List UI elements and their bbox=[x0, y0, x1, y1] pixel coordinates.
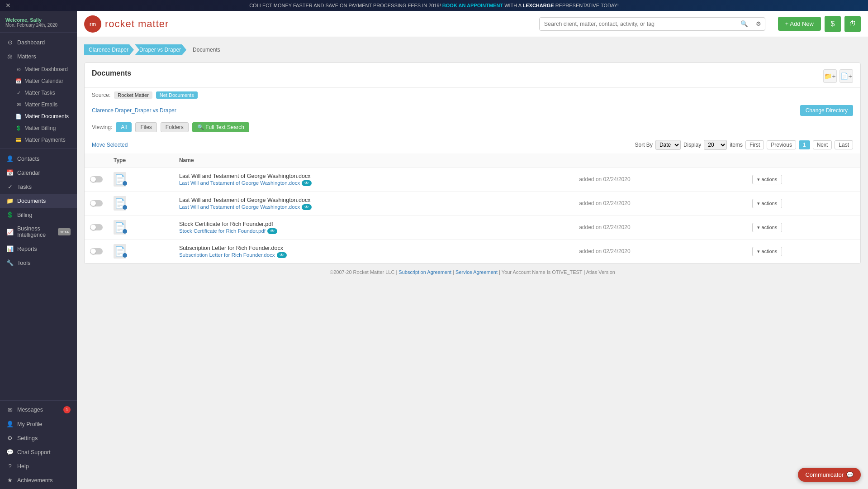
dollar-button[interactable]: $ bbox=[825, 16, 841, 32]
toggle-switch-0[interactable] bbox=[90, 176, 103, 182]
breadcrumb-item-0[interactable]: Clarence Draper bbox=[84, 44, 134, 55]
toggle-switch-3[interactable] bbox=[90, 248, 103, 254]
documents-title: Documents bbox=[92, 69, 131, 77]
sidebar-item-achievements[interactable]: ★ Achievements bbox=[0, 473, 77, 487]
change-directory-button[interactable]: Change Directory bbox=[800, 105, 853, 116]
directory-link[interactable]: Clarence Draper_Draper vs Draper bbox=[92, 107, 176, 114]
sidebar-item-matter-dashboard[interactable]: ⊙ Matter Dashboard bbox=[0, 63, 77, 75]
actions-button-2[interactable]: ▾ actions bbox=[752, 223, 782, 232]
first-page-button[interactable]: First bbox=[745, 140, 764, 149]
sidebar-item-matter-emails[interactable]: ✉ Matter Emails bbox=[0, 99, 77, 110]
documents-panel: Documents 📁+ 📄+ Source: Rocket Matter Ne… bbox=[84, 62, 861, 264]
col-type: Type bbox=[108, 153, 174, 168]
move-selected-button[interactable]: Move Selected bbox=[92, 142, 128, 148]
eye-icon-0: 👁 bbox=[302, 180, 312, 186]
sidebar-item-my-profile[interactable]: 👤 My Profile bbox=[0, 417, 77, 431]
search-input[interactable] bbox=[540, 18, 737, 30]
add-new-button[interactable]: + Add New bbox=[778, 17, 821, 31]
last-page-button[interactable]: Last bbox=[835, 140, 853, 149]
actions-button-3[interactable]: ▾ actions bbox=[752, 247, 782, 256]
sidebar-label-contacts: Contacts bbox=[17, 156, 39, 162]
actions-button-1[interactable]: ▾ actions bbox=[752, 199, 782, 208]
breadcrumb-item-1[interactable]: Draper vs Draper bbox=[135, 44, 186, 55]
banner-brand: LEXCHARGE bbox=[523, 3, 554, 8]
toggle-switch-1[interactable] bbox=[90, 200, 103, 206]
row-name-2: Stock Certificate for Rich Founder.pdf S… bbox=[174, 216, 574, 240]
view-files-button[interactable]: Files bbox=[135, 122, 157, 132]
sidebar-label-help: Help bbox=[17, 463, 29, 470]
matter-documents-icon: 📄 bbox=[15, 114, 22, 120]
sidebar-item-documents[interactable]: 📁 Documents bbox=[0, 194, 77, 208]
sidebar-item-tasks[interactable]: ✓ Tasks bbox=[0, 180, 77, 194]
search-button[interactable]: 🔍 bbox=[737, 18, 752, 30]
viewing-row: Viewing: All Files Folders 🔍 Full Text S… bbox=[85, 119, 860, 136]
banner-cta[interactable]: BOOK AN APPOINTMENT bbox=[442, 3, 503, 8]
sidebar-item-messages[interactable]: ✉ Messages 1 bbox=[0, 403, 77, 417]
documents-table: Type Name Last W bbox=[85, 153, 860, 264]
header-actions: + Add New $ ⏱ bbox=[778, 16, 861, 32]
footer-service-link[interactable]: Service Agreement bbox=[455, 269, 498, 275]
communicator-button[interactable]: Communicator 💬 bbox=[798, 468, 861, 482]
doc-type-icon-0 bbox=[114, 172, 126, 187]
table-row: Last Will and Testament of George Washin… bbox=[85, 168, 860, 192]
sidebar-item-tools[interactable]: 🔧 Tools bbox=[0, 256, 77, 270]
documents-header: Documents 📁+ 📄+ bbox=[85, 63, 860, 88]
sidebar-label-matter-emails: Matter Emails bbox=[24, 101, 57, 108]
view-full-text-search-button[interactable]: 🔍 Full Text Search bbox=[192, 122, 249, 132]
my-profile-icon: 👤 bbox=[6, 421, 14, 427]
timer-button[interactable]: ⏱ bbox=[844, 16, 861, 32]
doc-name-0: Last Will and Testament of George Washin… bbox=[179, 173, 568, 179]
document-add-button[interactable]: 📄+ bbox=[840, 69, 853, 83]
sidebar-item-settings[interactable]: ⚙ Settings bbox=[0, 431, 77, 445]
date-text: Mon. February 24th, 2020 bbox=[5, 23, 71, 28]
sidebar-item-dashboard[interactable]: ⊙ Dashboard bbox=[0, 35, 77, 49]
row-name-1: Last Will and Testament of George Washin… bbox=[174, 192, 574, 216]
sidebar-item-help[interactable]: ? Help bbox=[0, 459, 77, 473]
sidebar-item-matter-billing[interactable]: 💲 Matter Billing bbox=[0, 122, 77, 134]
messages-badge: 1 bbox=[63, 406, 71, 413]
doc-link-0[interactable]: Last Will and Testament of George Washin… bbox=[179, 180, 568, 186]
sidebar-item-chat-support[interactable]: 💬 Chat Support bbox=[0, 445, 77, 459]
next-page-button[interactable]: Next bbox=[813, 140, 832, 149]
chat-support-icon: 💬 bbox=[6, 449, 14, 455]
sidebar-item-billing[interactable]: 💲 Billing bbox=[0, 208, 77, 222]
tools-icon: 🔧 bbox=[6, 259, 14, 266]
view-folders-button[interactable]: Folders bbox=[161, 122, 189, 132]
sidebar-item-contacts[interactable]: 👤 Contacts bbox=[0, 152, 77, 166]
source-net-documents[interactable]: Net Documents bbox=[156, 91, 198, 99]
source-rocket-matter[interactable]: Rocket Matter bbox=[114, 91, 152, 99]
sidebar-item-matter-payments[interactable]: 💳 Matter Payments bbox=[0, 134, 77, 146]
doc-link-2[interactable]: Stock Certificate for Rich Founder.pdf 👁 bbox=[179, 228, 568, 234]
sidebar-label-matter-calendar: Matter Calendar bbox=[24, 78, 63, 84]
top-banner: ✕ COLLECT MONEY FASTER AND SAVE ON PAYME… bbox=[0, 0, 868, 11]
current-page-button[interactable]: 1 bbox=[799, 140, 810, 149]
sidebar-label-achievements: Achievements bbox=[17, 477, 53, 484]
folder-add-button[interactable]: 📁+ bbox=[823, 69, 837, 83]
sidebar-label-tasks: Tasks bbox=[17, 184, 32, 190]
view-all-button[interactable]: All bbox=[116, 122, 132, 132]
actions-button-0[interactable]: ▾ actions bbox=[752, 175, 782, 184]
toggle-switch-2[interactable] bbox=[90, 224, 103, 230]
sidebar-label-chat-support: Chat Support bbox=[17, 449, 51, 455]
sidebar-label-messages: Messages bbox=[17, 407, 43, 413]
sidebar-item-matter-documents[interactable]: 📄 Matter Documents bbox=[0, 110, 77, 122]
banner-close[interactable]: ✕ bbox=[5, 2, 11, 9]
sidebar-item-matter-calendar[interactable]: 📅 Matter Calendar bbox=[0, 75, 77, 87]
previous-page-button[interactable]: Previous bbox=[767, 140, 796, 149]
sidebar-item-matters[interactable]: ⚖ Matters bbox=[0, 49, 77, 63]
achievements-icon: ★ bbox=[6, 477, 14, 484]
col-actions bbox=[747, 153, 860, 168]
footer-subscription-link[interactable]: Subscription Agreement bbox=[398, 269, 451, 275]
doc-link-3[interactable]: Subscription Letter for Rich Founder.doc… bbox=[179, 252, 568, 258]
messages-icon: ✉ bbox=[6, 407, 14, 413]
sidebar-item-business-intelligence[interactable]: 📈 Business Intelligence BETA bbox=[0, 222, 77, 242]
sort-by-select[interactable]: Date bbox=[655, 140, 681, 150]
doc-link-1[interactable]: Last Will and Testament of George Washin… bbox=[179, 204, 568, 210]
sidebar-item-reports[interactable]: 📊 Reports bbox=[0, 242, 77, 256]
source-label: Source: bbox=[92, 92, 110, 98]
sidebar-item-matter-tasks[interactable]: ✓ Matter Tasks bbox=[0, 87, 77, 99]
sidebar-item-calendar[interactable]: 📅 Calendar bbox=[0, 166, 77, 180]
search-settings-button[interactable]: ⚙ bbox=[752, 18, 765, 30]
display-select[interactable]: 20 50 100 bbox=[704, 140, 727, 150]
sidebar-label-matter-payments: Matter Payments bbox=[24, 137, 66, 143]
